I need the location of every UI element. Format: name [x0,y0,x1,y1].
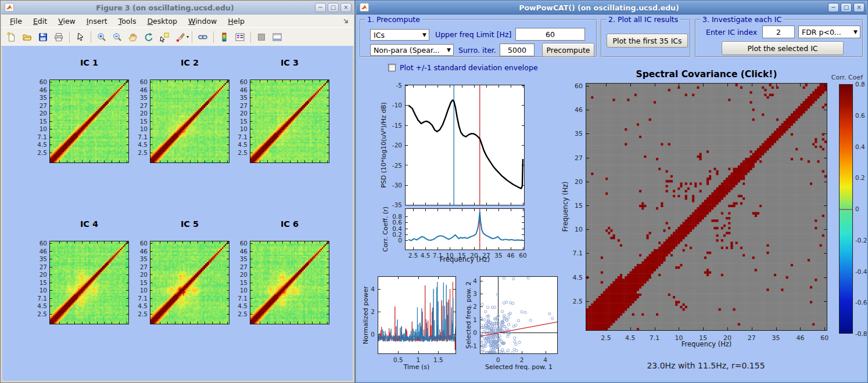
tick-label: 35 [494,252,502,259]
zoom-in-icon[interactable] [94,30,109,45]
tick-label: 2.5 [238,149,248,156]
maximize-button[interactable]: □ [328,3,339,12]
link-plot-icon[interactable] [195,30,210,45]
dropdown-value: FDR p<0... [799,28,851,37]
ic-index-input[interactable] [762,26,795,38]
tick-label: 20 [140,271,148,278]
menu-item-help[interactable]: Help [223,16,250,27]
minimize-button[interactable]: − [315,3,326,12]
tick-label: -35 [392,201,402,208]
tick-label: 2.5 [138,149,148,156]
ic-title: IC 1 [80,58,98,67]
tick-label: 0 [398,237,402,244]
data-cursor-icon[interactable] [157,30,172,45]
precompute-button[interactable]: Precompute [542,43,594,57]
colorbar[interactable] [839,84,853,334]
tick-label: 4.5 [238,302,248,309]
tick-label: 2 [371,308,375,315]
zoom-out-icon[interactable] [110,30,125,45]
tick-label: 7.1 [573,250,583,257]
tick-label: 46 [507,252,514,259]
tick-label: 60 [140,240,148,247]
ic-covariance-plot [49,80,129,163]
tick-label: 4.5 [421,252,431,259]
tick-label: 35 [140,94,148,101]
panel-title: 3. Investigate each IC [700,15,784,24]
menu-item-tools[interactable]: Tools [113,16,142,27]
tick-label: 15 [458,252,465,259]
minimize-button[interactable]: − [828,3,839,12]
timeseries-canvas [378,277,455,353]
normalized-power-plot [378,276,456,354]
insert-legend-icon[interactable] [232,30,248,45]
covariance-title: Spectral Covariance (Click!) [636,69,777,80]
tick-label: 20 [40,110,47,117]
figure3-titlebar[interactable]: Figure 3 (on oscillating.ucsd.edu) − □ × [1,1,354,15]
upper-freq-input[interactable] [515,28,585,41]
tick-label: 60 [575,82,583,90]
tick-label: 46 [40,248,47,255]
tick-label: 10 [240,287,248,294]
ic-or-channel-dropdown[interactable]: ICs ▼ [370,29,429,41]
maximize-button[interactable]: □ [841,3,852,12]
covariance-canvas[interactable] [586,84,827,330]
tick-label: 4.5 [37,302,47,309]
save-figure-icon[interactable] [35,30,51,45]
close-button[interactable]: × [853,3,865,12]
tick-label: 2.5 [601,334,611,342]
tick-label: -0.4 [855,268,867,275]
menu-item-desktop[interactable]: Desktop [142,16,183,27]
menu-item-insert[interactable]: Insert [81,16,113,27]
ic-heatmap-canvas [250,80,329,162]
dock-arrow-icon[interactable] [343,16,349,27]
print-figure-icon[interactable] [51,30,66,45]
spectral-covariance-heatmap[interactable] [586,83,827,331]
timeseries-xlabel: Time (s) [404,363,430,371]
tick-label: 35 [772,334,780,342]
plot-first-ics-button[interactable]: Plot the first 35 ICs [607,34,688,48]
brush-icon[interactable] [173,30,188,45]
tick-label: 0 [371,331,375,338]
tick-label: -30 [392,182,402,189]
tick-label: 15 [40,118,47,125]
tick-label: 60 [240,78,248,85]
tick-label: 60 [40,78,47,85]
tick-label: 60 [240,240,248,247]
plot-selected-ic-button[interactable]: Plot the selected IC [722,41,844,55]
open-file-icon[interactable] [20,30,35,45]
method-dropdown[interactable]: Non-para (Spear... ▼ [370,44,454,56]
tick-label: 7.1 [138,133,148,140]
close-button[interactable]: × [340,3,351,12]
powpowcat-titlebar[interactable]: PowPowCAT() (on oscillating.ucsd.edu) − … [356,1,867,15]
tick-label: 20 [470,252,478,259]
show-plot-tools-icon[interactable] [270,30,285,45]
menu-item-window[interactable]: Window [183,16,223,27]
chevron-down-icon: ▼ [420,32,429,38]
tick-label: 4 [473,277,477,284]
chevron-down-icon: ▼ [851,29,860,35]
pan-icon[interactable] [125,30,141,45]
tick-label: 0.8 [855,81,865,88]
surro-iter-input[interactable] [500,44,535,56]
tick-label: 60 [519,252,526,259]
hide-plot-tools-icon[interactable] [254,30,269,45]
tick-label: 10 [40,287,47,294]
tick-label: 2.5 [238,310,248,317]
new-figure-icon[interactable] [4,30,19,45]
menu-item-edit[interactable]: Edit [28,16,53,27]
insert-colorbar-icon[interactable] [217,30,232,45]
tick-label: 27 [240,102,248,109]
menu-item-file[interactable]: File [5,16,28,27]
tick-label: 46 [40,86,47,93]
fdr-dropdown[interactable]: FDR p<0... ▼ [798,26,860,38]
colorbar-title: Corr. Coef [831,74,863,81]
envelope-checkbox[interactable] [388,64,396,71]
rotate-3d-icon[interactable] [141,30,156,45]
tick-label: 10 [446,252,453,259]
psd-ylabel: PSD (10*log10(uV²)/Hz dB) [380,102,388,188]
tick-label: 4.5 [138,302,148,309]
brush-dropdown-icon[interactable]: ▾ [186,34,189,39]
edit-plot-icon[interactable] [73,30,88,45]
menu-item-view[interactable]: View [53,16,81,27]
tick-label: 4.5 [37,141,47,148]
